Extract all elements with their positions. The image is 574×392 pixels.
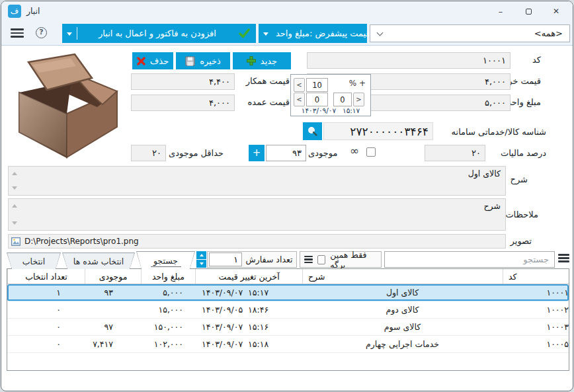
tab-selected-items-label: انتخاب شده ها (63, 253, 134, 269)
cell-stock: ۹۳ (85, 288, 141, 297)
tax-percent-label: درصد مالیات (501, 148, 546, 158)
tab-select-label: انتخاب (7, 253, 60, 269)
cell-unit-price: ۱۵,۰۰۰ (141, 305, 195, 315)
cell-unit-price: ۱۰۲,۰۰۰ (141, 339, 195, 349)
new-button[interactable]: جدید (233, 52, 291, 69)
amount-decrease-button[interactable]: < (294, 93, 305, 106)
magnifier-icon (308, 126, 317, 136)
image-path-field[interactable]: D:\Projects\Reports\pro1.png (8, 234, 506, 249)
table-row[interactable]: ۱۰۰۰۵ خدمات اجرایی چهارم ۱۴۰۳/۰۹/۰۷ ۱۵:۱… (7, 336, 569, 353)
minimize-button[interactable]: – (487, 1, 514, 21)
amount-field-1[interactable] (306, 93, 328, 106)
stock-field[interactable] (266, 145, 306, 161)
percent-field[interactable] (306, 78, 328, 92)
save-button-label: ذخیره (200, 56, 221, 66)
order-count-group: تعداد سفارش (207, 251, 297, 268)
spinner-up-button[interactable] (196, 251, 206, 259)
cell-code: ۱۰۰۰۲ (503, 305, 569, 315)
menu-button[interactable] (11, 28, 24, 38)
hamburger-icon (558, 254, 569, 262)
floppy-icon (185, 56, 195, 66)
only-this-sheet-group[interactable]: فقط همین برگه (300, 251, 382, 268)
save-button[interactable]: ذخیره (176, 52, 230, 69)
percent-plus-label: % + (349, 79, 366, 88)
stock-label: موجودی (308, 148, 337, 158)
cell-description: کالای دوم (302, 305, 503, 315)
percent-decrease-button[interactable]: < (294, 78, 305, 92)
scroll-up-icon[interactable] (12, 202, 17, 208)
price-adjust-panel: < % + < > ۱۴۰۳/۰۹/۰۷ ۱۵:۱۷ (290, 74, 371, 116)
table-row[interactable]: ۱۰۰۰۱ کالای اول ۱۴۰۳/۰۹/۰۷ ۱۵:۱۷ ۵,۰۰۰ ۹… (7, 284, 569, 301)
system-id-value[interactable]: ۲۷۲۰۰۰۰۰۰۳۴۶۴ (323, 122, 433, 140)
stock-increase-button[interactable]: + (249, 145, 265, 161)
min-stock-field[interactable] (131, 145, 166, 161)
delete-button[interactable]: حذف (132, 52, 173, 69)
scroll-down-icon[interactable] (12, 186, 17, 192)
cell-code: ۱۰۰۰۱ (503, 288, 569, 297)
tab-selected-items[interactable]: انتخاب شده ها (62, 253, 135, 269)
column-header-stock[interactable]: موجودی (85, 269, 141, 284)
last-change-datetime: ۱۴۰۳/۰۹/۰۷ ۱۵:۱۷ (291, 106, 370, 114)
wholesale-price-field[interactable] (131, 95, 235, 111)
group-filter-combo[interactable]: <همه> (370, 24, 570, 42)
cell-unit-price: ۵,۰۰۰ (141, 288, 195, 297)
only-this-sheet-checkbox[interactable] (317, 255, 325, 264)
product-image (10, 52, 124, 160)
table-row[interactable]: ۱۰۰۰۲ کالای دوم ۱۴۰۳/۰۹/۰۵ ۱۸:۴۶ ۱۵,۰۰۰ … (7, 301, 569, 319)
unit-price-label: مبلغ واحد (507, 97, 541, 107)
triangle-down-icon (200, 262, 204, 267)
price-default-label: قیمت پیشفرض :مبلغ واحد (273, 28, 373, 38)
description-label: شرح (511, 175, 528, 184)
spinner-down-button[interactable] (196, 260, 206, 268)
cell-select-count: ۰ (7, 322, 85, 332)
cell-select-count: ۰ (7, 339, 85, 349)
column-header-unit-price[interactable]: مبلغ واحد (141, 269, 195, 284)
table-menu-button[interactable] (558, 254, 569, 262)
tab-select[interactable]: انتخاب (7, 253, 61, 269)
search-input[interactable] (384, 251, 555, 268)
dropdown-arrow-icon[interactable] (263, 32, 268, 38)
column-header-description[interactable]: شرح (302, 269, 503, 284)
scroll-down-icon[interactable] (12, 221, 17, 227)
amount-field-2[interactable] (333, 93, 352, 106)
column-header-code[interactable]: کد (503, 269, 569, 284)
picture-file-icon (11, 237, 20, 246)
delete-button-label: حذف (150, 56, 169, 66)
notes-textarea[interactable]: شرح (8, 198, 506, 231)
order-count-spinner[interactable] (196, 251, 206, 268)
cell-code: ۱۰۰۰۵ (503, 339, 569, 349)
cell-last-price-change: ۱۴۰۳/۰۹/۰۵ ۱۸:۴۶ (195, 305, 302, 315)
cell-unit-price: ۱۵۰,۰۰۰ (141, 322, 195, 332)
cell-stock: ۷,۴۱۷ (85, 339, 141, 349)
code-field[interactable] (307, 52, 511, 69)
scroll-up-icon[interactable] (12, 169, 17, 175)
maximize-button[interactable] (514, 1, 542, 21)
title-bar: ف انبار – ✕ (1, 1, 573, 21)
list-menu-icon[interactable] (304, 256, 313, 263)
image-label: تصویر (511, 236, 532, 246)
description-textarea[interactable]: کالای اول (8, 166, 506, 196)
price-default-button[interactable]: قیمت پیشفرض :مبلغ واحد (259, 24, 367, 43)
add-to-invoice-button[interactable]: افزودن به فاکتور و اعمال به انبار (62, 24, 256, 43)
system-id-lookup-button[interactable] (303, 122, 322, 140)
description-value: کالای اول (468, 169, 501, 178)
amount-increase-button[interactable]: > (353, 93, 364, 106)
order-count-field[interactable] (209, 253, 242, 266)
column-header-select-count[interactable]: تعداد انتخاب (7, 269, 85, 284)
cell-last-price-change: ۱۴۰۳/۰۹/۰۷ ۱۵:۱۷ (195, 288, 302, 297)
min-stock-label: حداقل موجودی (169, 148, 224, 158)
table-row[interactable]: ۱۰۰۰۳ کالای سوم ۱۴۰۳/۰۹/۰۷ ۱۵:۱۶ ۱۵۰,۰۰۰… (7, 319, 569, 336)
infinite-stock-checkbox[interactable] (366, 147, 376, 157)
notes-label: ملاحظات (505, 210, 538, 219)
cell-description: کالای سوم (302, 322, 503, 332)
dropdown-arrow-icon[interactable] (67, 32, 72, 38)
column-header-last-price-change[interactable]: آخرین تغییر قیمت (195, 269, 302, 284)
partner-price-field[interactable] (131, 73, 235, 90)
image-path-value: D:\Projects\Reports\pro1.png (24, 237, 139, 246)
tax-percent-field[interactable] (425, 145, 485, 161)
close-button[interactable]: ✕ (542, 1, 570, 21)
notes-value: شرح (484, 201, 501, 211)
hamburger-icon (11, 28, 24, 38)
toolbar: ? افزودن به فاکتور و اعمال به انبار قیمت… (1, 21, 573, 46)
help-button[interactable]: ? (36, 27, 47, 38)
